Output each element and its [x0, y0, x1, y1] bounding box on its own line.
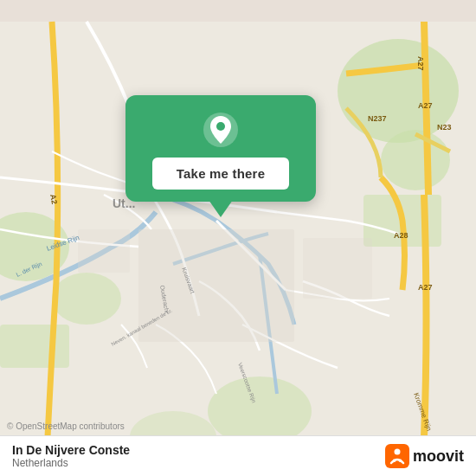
svg-text:A2: A2 — [48, 194, 59, 205]
svg-point-28 — [216, 122, 225, 131]
svg-rect-29 — [385, 444, 409, 468]
svg-point-30 — [394, 449, 400, 455]
svg-text:N237: N237 — [368, 114, 387, 123]
location-popup: Take me there — [125, 95, 316, 202]
svg-text:A27: A27 — [418, 283, 433, 292]
svg-text:A28: A28 — [394, 231, 408, 240]
moovit-label: moovit — [413, 447, 464, 466]
svg-text:A27: A27 — [418, 101, 433, 110]
location-info: In De Nijvere Conste Netherlands — [12, 443, 130, 469]
map-background: A27 A27 A27 A28 A2 N237 N23 Kromme Rijn … — [0, 0, 476, 476]
svg-rect-6 — [0, 325, 69, 368]
svg-text:A27: A27 — [416, 56, 425, 71]
svg-text:N23: N23 — [437, 123, 452, 132]
location-country: Netherlands — [12, 457, 130, 469]
bottom-bar: In De Nijvere Conste Netherlands moovit — [0, 435, 476, 476]
svg-rect-11 — [78, 229, 130, 273]
location-name: In De Nijvere Conste — [12, 443, 130, 457]
svg-rect-10 — [303, 238, 372, 299]
moovit-logo: moovit — [385, 444, 464, 468]
map-container: A27 A27 A27 A28 A2 N237 N23 Kromme Rijn … — [0, 0, 476, 476]
svg-point-5 — [52, 273, 121, 325]
osm-credit: © OpenStreetMap contributors — [7, 421, 125, 431]
moovit-icon — [385, 444, 409, 468]
pin-icon — [202, 111, 240, 149]
svg-point-2 — [381, 130, 450, 190]
take-me-there-button[interactable]: Take me there — [152, 158, 289, 190]
